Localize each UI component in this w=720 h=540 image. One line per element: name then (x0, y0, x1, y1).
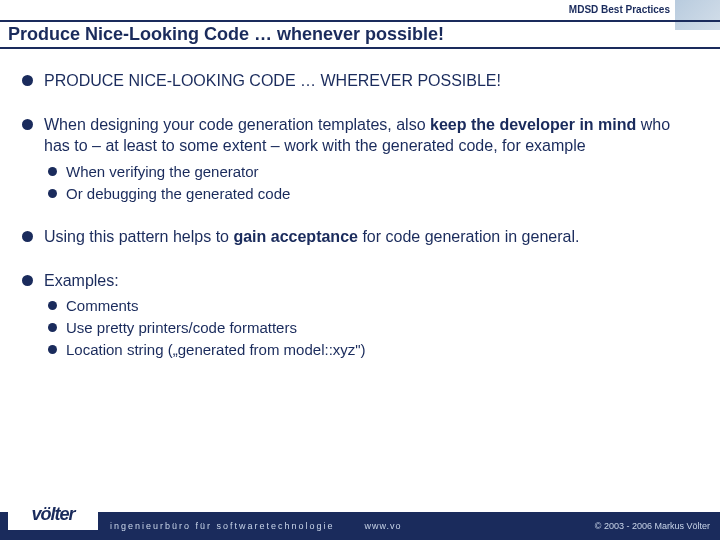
b4-sub2: Use pretty printers/code formatters (44, 317, 700, 339)
b2-bold: keep the developer in mind (430, 116, 636, 133)
content-area: PRODUCE NICE-LOOKING CODE … WHEREVER POS… (20, 70, 700, 383)
bullet-4: Examples: Comments Use pretty printers/c… (20, 270, 700, 361)
b4-sub3: Location string („generated from model::… (44, 339, 700, 361)
b3-bold: gain acceptance (233, 228, 358, 245)
logo-text: völter (31, 504, 74, 525)
footer-bar: ingenieurbüro für softwaretechnologie ww… (0, 512, 720, 540)
header-tag: MDSD Best Practices (569, 4, 670, 15)
b4-label: Examples: (44, 272, 119, 289)
b2-text-a: When designing your code generation temp… (44, 116, 430, 133)
b4-sub1: Comments (44, 295, 700, 317)
bullet-2: When designing your code generation temp… (20, 114, 700, 205)
b3-text-b: for code generation in general. (358, 228, 579, 245)
bullet-3: Using this pattern helps to gain accepta… (20, 226, 700, 248)
slide-title: Produce Nice-Looking Code … whenever pos… (8, 24, 712, 45)
b2-sub1: When verifying the generator (44, 161, 700, 183)
footer-tagline: ingenieurbüro für softwaretechnologie (110, 521, 335, 531)
logo: völter (8, 498, 98, 530)
b2-sub2: Or debugging the generated code (44, 183, 700, 205)
footer-url: www.vo (365, 521, 402, 531)
bullet-1: PRODUCE NICE-LOOKING CODE … WHEREVER POS… (20, 70, 700, 92)
title-bar: Produce Nice-Looking Code … whenever pos… (0, 20, 720, 49)
b3-text-a: Using this pattern helps to (44, 228, 233, 245)
footer-copyright: © 2003 - 2006 Markus Völter (595, 521, 710, 531)
